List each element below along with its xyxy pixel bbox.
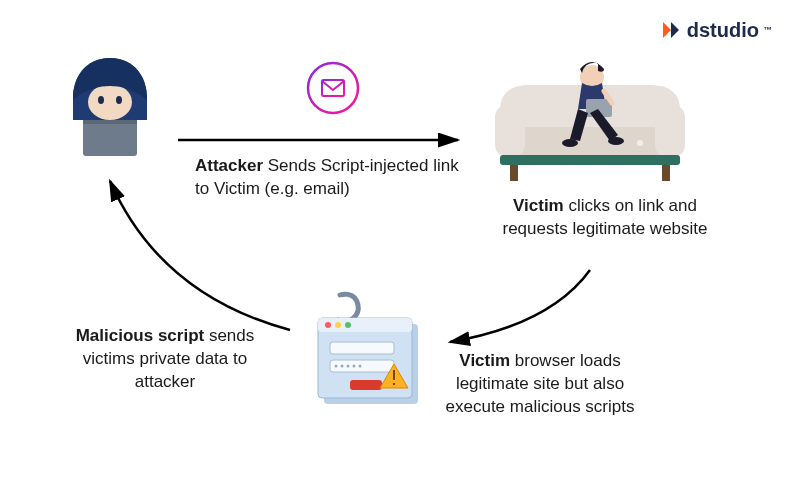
step1-label: Attacker Sends Script-injected link to V… — [195, 155, 475, 201]
svg-point-5 — [308, 63, 358, 113]
svg-point-29 — [353, 365, 356, 368]
phishing-window-icon — [300, 290, 430, 420]
svg-rect-31 — [350, 380, 382, 390]
svg-rect-25 — [330, 360, 394, 372]
email-icon — [305, 60, 361, 116]
arrow-victim-to-site — [440, 270, 600, 350]
arrow-attacker-to-victim — [178, 128, 468, 158]
svg-point-27 — [341, 365, 344, 368]
attacker-icon — [55, 50, 165, 160]
brand-name: dstudio — [687, 19, 759, 42]
svg-rect-7 — [500, 127, 680, 157]
svg-rect-9 — [655, 105, 685, 157]
svg-rect-10 — [500, 155, 680, 165]
svg-point-2 — [116, 96, 122, 104]
svg-rect-32 — [393, 370, 395, 380]
svg-rect-11 — [510, 165, 518, 181]
svg-point-30 — [359, 365, 362, 368]
svg-point-0 — [88, 84, 132, 120]
step3-label: Victim browser loads legitimate site but… — [440, 350, 640, 419]
svg-point-22 — [335, 322, 341, 328]
svg-rect-6 — [322, 80, 344, 96]
step2-label: Victim clicks on link and requests legit… — [500, 195, 710, 241]
svg-point-26 — [335, 365, 338, 368]
svg-point-16 — [562, 139, 578, 147]
svg-rect-8 — [495, 105, 525, 157]
svg-rect-20 — [318, 318, 412, 332]
svg-point-1 — [98, 96, 104, 104]
svg-point-28 — [347, 365, 350, 368]
victim-icon — [490, 55, 690, 185]
svg-point-23 — [345, 322, 351, 328]
step4-label: Malicious script sends victims private d… — [65, 325, 265, 394]
brand-logo: dstudio™ — [659, 18, 772, 42]
step4-bold: Malicious script — [76, 326, 204, 345]
step3-bold: Victim — [459, 351, 510, 370]
step1-bold: Attacker — [195, 156, 263, 175]
svg-rect-3 — [83, 120, 137, 156]
brand-tm: ™ — [763, 25, 772, 35]
svg-rect-33 — [393, 383, 395, 385]
svg-rect-4 — [83, 120, 137, 124]
svg-rect-24 — [330, 342, 394, 354]
svg-point-21 — [325, 322, 331, 328]
svg-point-17 — [608, 137, 624, 145]
brand-mark-icon — [659, 18, 683, 42]
svg-point-13 — [637, 140, 643, 146]
step2-bold: Victim — [513, 196, 564, 215]
svg-rect-12 — [662, 165, 670, 181]
